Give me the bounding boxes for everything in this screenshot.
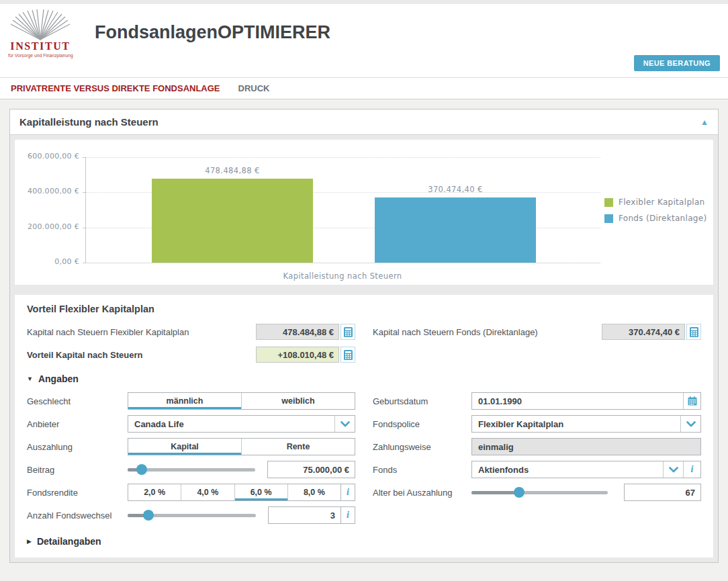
bar-value-label: 370.474,40 € <box>375 185 536 194</box>
result-row-vorteil: Vorteil Kapital nach Steuern +108.010,48… <box>27 347 355 363</box>
zahlungsweise-label: Zahlungsweise <box>373 442 471 452</box>
result-row: Kapital nach Steuern Fonds (Direktanlage… <box>373 324 701 340</box>
alter-label: Alter bei Auszahlung <box>373 488 471 498</box>
legend-swatch <box>604 214 613 223</box>
alter-row: Alter bei Auszahlung 67 <box>373 484 701 501</box>
vorteil-heading: Vorteil Flexibler Kapitalplan <box>27 304 701 314</box>
fondspolice-dropdown-button[interactable] <box>680 416 700 432</box>
beitrag-row: Beitrag 75.000,00 € <box>27 461 355 478</box>
chevron-down-icon <box>669 467 678 473</box>
geburtsdatum-field[interactable]: 01.01.1990 <box>471 392 701 410</box>
fondsrendite-option-4[interactable]: 4,0 % <box>181 484 234 500</box>
fondswechsel-slider[interactable] <box>128 510 256 521</box>
auszahlung-option-rente[interactable]: Rente <box>241 439 355 455</box>
neue-beratung-button[interactable]: NEUE BERATUNG <box>634 55 720 71</box>
gridline <box>86 263 600 263</box>
result-label: Kapital nach Steuern Fonds (Direktanlage… <box>373 327 602 337</box>
result-value-field: 478.484,88 € <box>256 324 339 340</box>
auszahlung-toggle: Kapital Rente <box>128 438 355 455</box>
geschlecht-label: Geschlecht <box>27 396 128 406</box>
zahlungsweise-row: Zahlungsweise einmalig <box>373 438 701 455</box>
section-closed-icon: ▶ <box>27 538 32 545</box>
axis-tick <box>83 228 86 228</box>
fondswechsel-input[interactable]: 3 <box>268 506 341 524</box>
info-icon: i <box>347 510 349 521</box>
fondswechsel-info-button[interactable]: i <box>340 506 355 524</box>
bar-2 <box>375 197 536 263</box>
calculator-icon-button[interactable] <box>340 324 355 340</box>
logo-subtitle: für Vorsorge und Finanzplanung <box>8 53 73 58</box>
beitrag-slider[interactable] <box>128 464 255 475</box>
detailangaben-section-toggle[interactable]: ▶ Detailangaben <box>27 536 701 547</box>
content-area: Kapitalleistung nach Steuern ▲ 478.484,8… <box>0 99 728 572</box>
axis-tick <box>83 263 86 263</box>
legend-swatch <box>604 198 613 207</box>
y-axis-tick-label: 200.000,00 € <box>15 222 79 231</box>
angaben-section-toggle[interactable]: ▼ Angaben <box>27 373 701 384</box>
alter-input[interactable]: 67 <box>624 484 701 501</box>
calculator-icon-button[interactable] <box>686 324 701 340</box>
fondsrendite-option-8[interactable]: 8,0 % <box>287 484 340 500</box>
zahlungsweise-field: einmalig <box>471 438 701 455</box>
section-open-icon: ▼ <box>27 375 33 382</box>
slider-fill <box>471 491 519 494</box>
fondspolice-row: Fondspolice Flexibler Kapitalplan <box>373 415 701 433</box>
fondsrendite-row: Fondsrendite 2,0 % 4,0 % 6,0 % 8,0 % i <box>27 484 355 501</box>
panel-title: Kapitalleistung nach Steuern <box>19 116 158 128</box>
detailangaben-section-label: Detailangaben <box>37 536 101 547</box>
geburtsdatum-value[interactable]: 01.01.1990 <box>472 393 683 409</box>
calendar-icon-button[interactable] <box>683 393 700 409</box>
calculator-icon-button[interactable] <box>340 347 355 363</box>
kapitalleistung-panel: Kapitalleistung nach Steuern ▲ 478.484,8… <box>9 109 719 563</box>
geschlecht-option-weiblich[interactable]: weiblich <box>241 393 355 409</box>
geschlecht-option-maennlich[interactable]: männlich <box>128 393 241 409</box>
tab-druck[interactable]: DRUCK <box>238 83 270 93</box>
form-card: Vorteil Flexibler Kapitalplan Kapital na… <box>15 295 713 557</box>
y-axis-tick-label: 400.000,00 € <box>15 187 79 195</box>
anbieter-value: Canada Life <box>128 416 334 432</box>
tab-privatrente-versus-direkte-fondsanlage[interactable]: PRIVATRENTE VERSUS DIREKTE FONDSANLAGE <box>11 83 220 93</box>
axis-tick <box>83 192 86 193</box>
fonds-label: Fonds <box>373 465 471 475</box>
beitrag-label: Beitrag <box>27 465 128 475</box>
chart-area: 478.484,88 €370.474,40 € Flexibler Kapit… <box>15 140 713 285</box>
slider-handle[interactable] <box>514 487 525 498</box>
y-axis-tick-label: 0,00 € <box>15 257 79 266</box>
panel-body: 478.484,88 €370.474,40 € Flexibler Kapit… <box>10 135 718 562</box>
slider-handle[interactable] <box>143 510 154 521</box>
chart-plot: 478.484,88 €370.474,40 € <box>85 157 600 263</box>
panel-header[interactable]: Kapitalleistung nach Steuern ▲ <box>10 109 718 135</box>
y-axis-tick-label: 600.000,00 € <box>15 152 79 161</box>
result-value-field: 370.474,40 € <box>602 324 685 340</box>
legend-item[interactable]: Fonds (Direktanlage) <box>604 214 707 223</box>
alter-slider[interactable] <box>471 487 608 498</box>
chart-legend: Flexibler KapitalplanFonds (Direktanlage… <box>604 197 707 230</box>
fonds-select[interactable]: Aktienfonds i <box>471 461 701 478</box>
legend-label: Fonds (Direktanlage) <box>619 214 707 223</box>
axis-tick <box>83 157 86 158</box>
beitrag-input[interactable]: 75.000,00 € <box>267 461 355 478</box>
calculator-icon <box>344 327 353 337</box>
vorteil-value-field: +108.010,48 € <box>256 347 339 363</box>
geschlecht-row: Geschlecht männlich weiblich <box>27 392 355 410</box>
fonds-dropdown-button[interactable] <box>663 461 683 478</box>
legend-label: Flexibler Kapitalplan <box>619 197 705 207</box>
anbieter-dropdown-button[interactable] <box>334 416 355 432</box>
auszahlung-option-kapital[interactable]: Kapital <box>128 439 241 455</box>
fondsrendite-info-button[interactable]: i <box>340 484 355 501</box>
fondsrendite-option-6[interactable]: 6,0 % <box>234 484 287 500</box>
legend-item[interactable]: Flexibler Kapitalplan <box>604 197 707 207</box>
fondsrendite-option-2[interactable]: 2,0 % <box>128 484 181 500</box>
geburtsdatum-label: Geburtsdatum <box>373 396 471 406</box>
anbieter-label: Anbieter <box>27 419 128 429</box>
fonds-info-button[interactable]: i <box>683 461 700 478</box>
collapse-up-icon[interactable]: ▲ <box>700 118 709 126</box>
institut-logo[interactable]: INSTITUT für Vorsorge und Finanzplanung <box>8 9 73 58</box>
chevron-down-icon <box>340 421 350 427</box>
slider-handle[interactable] <box>136 464 147 475</box>
result-grid: Kapital nach Steuern Flexibler Kapitalpl… <box>27 324 701 363</box>
anbieter-select[interactable]: Canada Life <box>128 415 355 433</box>
result-row: Kapital nach Steuern Flexibler Kapitalpl… <box>27 324 355 340</box>
chart-x-axis-label: Kapitalleistung nach Steuern <box>85 271 600 281</box>
fondspolice-select[interactable]: Flexibler Kapitalplan <box>471 415 701 433</box>
